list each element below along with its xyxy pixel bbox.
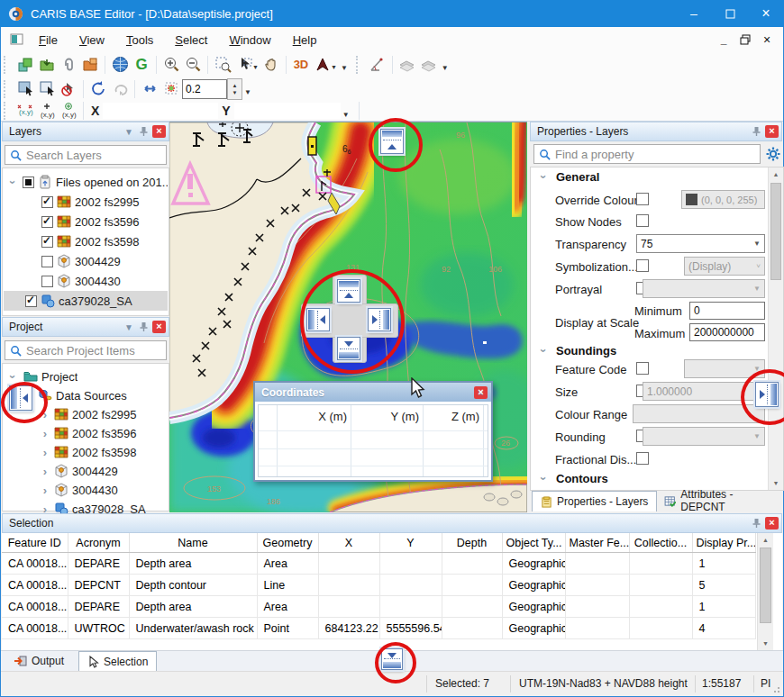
column-header-object-type[interactable]: Object Ty... (502, 533, 565, 553)
select-by-lasso-button[interactable] (36, 78, 58, 100)
table-cell[interactable] (629, 553, 692, 575)
table-row[interactable]: CA 00018...DEPAREDepth areaAreaGeographi… (2, 553, 755, 575)
chevron-down-icon[interactable]: ▼ (122, 124, 136, 139)
mdi-close-button[interactable]: × (756, 30, 778, 50)
chevron-down-icon[interactable]: ▼ (122, 320, 136, 334)
properties-search-input[interactable] (555, 148, 760, 161)
chevron-collapsed-icon[interactable]: › (40, 408, 50, 421)
table-cell[interactable] (565, 575, 629, 596)
menu-window[interactable]: Window (221, 30, 278, 50)
table-cell[interactable] (442, 575, 502, 596)
selection-panel-close-button[interactable]: × (765, 517, 779, 530)
tab-properties-layers[interactable]: Properties - Layers (532, 491, 657, 511)
chevron-collapsed-icon[interactable]: › (40, 465, 50, 478)
menu-file[interactable]: File (31, 30, 66, 50)
dock-bottom-edge-button[interactable] (381, 648, 403, 670)
checkbox-checked[interactable] (41, 236, 53, 248)
column-header-feature-id[interactable]: ˆFeature ID (2, 533, 68, 553)
table-cell[interactable]: UWTROC (68, 618, 129, 639)
coordinates-close-button[interactable]: × (474, 386, 488, 399)
project-search-input[interactable] (26, 344, 185, 358)
table-cell[interactable]: 1 (692, 596, 755, 618)
select-tool-dropdown[interactable]: ▼ (252, 64, 259, 70)
toolbar-grip[interactable] (4, 56, 10, 74)
toolbar-overflow[interactable]: ▼ (442, 64, 449, 72)
resize-grip[interactable] (771, 684, 780, 693)
coordinates-title-bar[interactable]: Coordinates × (255, 383, 491, 402)
column-header-name[interactable]: Name (129, 533, 257, 553)
table-cell[interactable] (565, 596, 629, 618)
table-cell[interactable] (318, 596, 379, 618)
table-cell[interactable]: Underwater/awash rock (129, 618, 257, 639)
refresh-selection-button[interactable] (87, 78, 109, 100)
menu-view[interactable]: View (71, 30, 113, 50)
show-nodes-checkbox[interactable] (636, 214, 649, 227)
table-cell[interactable] (629, 596, 692, 618)
layer-item[interactable]: 2002 fs3596 (4, 212, 168, 231)
table-cell[interactable]: Line (257, 575, 318, 596)
project-item-root[interactable]: › Project (4, 367, 168, 386)
zoom-to-area-button[interactable] (212, 54, 233, 76)
gear-icon[interactable] (765, 146, 781, 162)
layer-item[interactable]: 3004429 (4, 251, 168, 271)
mdi-restore-button[interactable] (734, 30, 756, 50)
section-general[interactable]: ›General (538, 170, 599, 184)
dock-right-button[interactable] (368, 308, 391, 331)
snap-radius-button[interactable] (160, 78, 182, 100)
layer-item[interactable]: 2002 fs2995 (4, 192, 168, 212)
fractional-display-checkbox[interactable] (636, 452, 649, 465)
selection-scrollbar[interactable]: ▲ ▼ (757, 533, 773, 650)
mdi-document-icon[interactable] (10, 33, 24, 46)
y-coordinate-field[interactable] (234, 103, 341, 119)
section-soundings[interactable]: ›Soundings (538, 344, 616, 358)
tab-output[interactable]: Output (5, 651, 72, 671)
table-cell[interactable] (442, 618, 502, 639)
3d-view-button[interactable]: 3D (290, 54, 312, 76)
table-cell[interactable]: Point (257, 618, 318, 639)
project-item[interactable]: › 2002 fs3598 (4, 442, 168, 462)
feature-code-checkbox[interactable] (636, 362, 649, 375)
maximize-button[interactable] (712, 0, 748, 27)
menu-tools[interactable]: Tools (118, 30, 161, 50)
minimum-input[interactable]: 0 (689, 302, 765, 320)
export-folder-button[interactable] (79, 54, 101, 76)
dock-left-edge-button[interactable] (9, 385, 32, 411)
table-cell[interactable]: Area (257, 596, 318, 618)
layer-item-selected[interactable]: ca379028_SA (4, 291, 168, 311)
chevron-collapsed-icon[interactable]: › (40, 427, 50, 440)
table-cell[interactable]: Geographic (502, 575, 565, 596)
toolbar-overflow[interactable]: ▼ (342, 111, 350, 119)
project-item[interactable]: › 2002 fs3596 (4, 423, 168, 443)
table-cell[interactable]: Geographic (502, 553, 565, 575)
dock-left-button[interactable] (306, 308, 330, 331)
scroll-down-arrow[interactable]: ▼ (759, 637, 772, 650)
table-cell[interactable]: CA 00018... (2, 553, 68, 575)
tab-attributes-depcnt[interactable]: Attributes - DEPCNT (656, 491, 784, 511)
north-arrow-dropdown[interactable]: ▼ (331, 64, 337, 70)
deselect-button[interactable] (58, 78, 79, 100)
menu-help[interactable]: Help (285, 30, 325, 50)
chevron-collapsed-icon[interactable]: › (40, 446, 50, 459)
scroll-up-arrow[interactable]: ▲ (759, 533, 772, 547)
google-earth-button[interactable]: G (131, 54, 152, 76)
table-cell[interactable] (629, 618, 692, 639)
dock-right-edge-button[interactable] (755, 382, 779, 407)
checkbox-checked[interactable] (41, 216, 53, 228)
minimize-button[interactable]: – (676, 0, 712, 27)
table-cell[interactable]: Depth area (129, 553, 257, 575)
column-header-depth[interactable]: Depth (442, 533, 502, 553)
column-header-collection[interactable]: Collectio... (629, 533, 692, 553)
table-row[interactable]: CA 00018...DEPAREDepth areaAreaGeographi… (2, 596, 755, 618)
web-map-globe-button[interactable] (109, 54, 131, 76)
project-panel-close-button[interactable]: × (152, 321, 166, 333)
table-cell[interactable]: DEPARE (68, 596, 129, 618)
table-cell[interactable]: Depth contour (129, 575, 257, 596)
tab-selection[interactable]: Selection (78, 651, 157, 672)
dock-top-edge-button[interactable] (380, 129, 404, 154)
menu-select[interactable]: Select (167, 30, 215, 50)
coordinates-window[interactable]: Coordinates × X (m) Y (m) Z (m) (253, 381, 493, 482)
toolbar-overflow[interactable]: ▼ (341, 64, 348, 72)
table-cell[interactable]: CA 00018... (2, 618, 68, 639)
override-colour-checkbox[interactable] (636, 193, 649, 205)
attach-file-button[interactable] (58, 54, 79, 76)
